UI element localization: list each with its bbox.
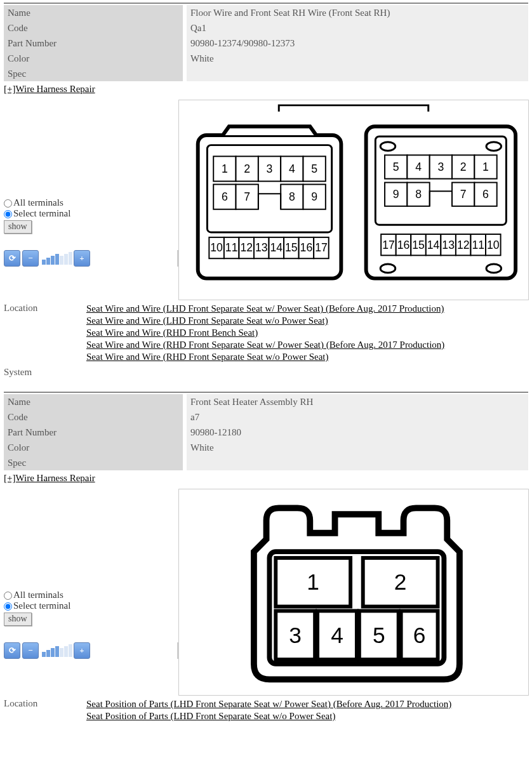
select-terminal-option[interactable]: Select terminal <box>4 208 178 219</box>
svg-text:12: 12 <box>240 241 253 254</box>
svg-text:2: 2 <box>244 162 250 175</box>
wire-harness-repair-link[interactable]: [+]Wire Harness Repair <box>4 84 95 95</box>
pn-value: 90980-12180 <box>185 425 528 440</box>
zoom-level-indicator <box>42 252 72 265</box>
spec-label: Spec <box>4 66 185 81</box>
svg-text:9: 9 <box>311 190 317 203</box>
code-label: Code <box>4 20 185 36</box>
svg-text:6: 6 <box>413 623 426 647</box>
svg-text:5: 5 <box>393 161 399 173</box>
spec-value <box>185 66 528 81</box>
name-label: Name <box>4 394 185 409</box>
svg-text:3: 3 <box>437 161 444 173</box>
location-link[interactable]: Seat Wire and Wire (RHD Front Separate S… <box>86 339 444 351</box>
refresh-icon[interactable]: ⟳ <box>4 642 20 659</box>
svg-text:10: 10 <box>210 241 223 254</box>
svg-text:7: 7 <box>460 188 467 201</box>
svg-text:9: 9 <box>393 188 399 201</box>
svg-text:13: 13 <box>442 239 455 251</box>
svg-text:4: 4 <box>331 623 343 647</box>
color-label: Color <box>4 440 185 455</box>
svg-text:12: 12 <box>457 239 470 251</box>
code-value: a7 <box>185 409 528 425</box>
code-label: Code <box>4 409 185 425</box>
svg-text:5: 5 <box>311 162 317 175</box>
color-value: White <box>185 51 528 66</box>
svg-text:11: 11 <box>225 241 238 254</box>
name-value: Front Seat Heater Assembly RH <box>185 394 528 409</box>
svg-text:8: 8 <box>415 188 422 201</box>
pn-label: Part Number <box>4 36 185 51</box>
zoom-in-icon[interactable]: + <box>74 250 90 267</box>
zoom-out-icon[interactable]: − <box>22 642 39 659</box>
svg-text:13: 13 <box>255 241 268 254</box>
connector-diagram: 123456 <box>178 489 529 696</box>
location-link[interactable]: Seat Wire and Wire (LHD Front Separate S… <box>86 315 444 327</box>
select-terminal-option[interactable]: Select terminal <box>4 600 178 611</box>
svg-text:1: 1 <box>222 162 228 175</box>
pn-label: Part Number <box>4 425 185 440</box>
color-value: White <box>185 440 528 455</box>
location-label: Location <box>4 698 86 722</box>
svg-text:7: 7 <box>244 190 250 203</box>
svg-text:14: 14 <box>427 239 440 251</box>
location-link[interactable]: Seat Wire and Wire (RHD Front Bench Seat… <box>86 327 444 339</box>
connector-diagram: 12345 6789 1011121314151617 54321 9876 1… <box>178 100 529 300</box>
refresh-icon[interactable]: ⟳ <box>4 250 20 267</box>
system-label: System <box>4 367 528 378</box>
wire-harness-repair-link[interactable]: [+]Wire Harness Repair <box>4 473 95 484</box>
zoom-out-icon[interactable]: − <box>22 250 39 267</box>
location-link[interactable]: Seat Wire and Wire (RHD Front Separate S… <box>86 351 444 363</box>
color-label: Color <box>4 51 185 66</box>
location-link[interactable]: Seat Wire and Wire (LHD Front Separate S… <box>86 303 444 315</box>
pn-value: 90980-12374/90980-12373 <box>185 36 528 51</box>
svg-text:15: 15 <box>412 239 425 251</box>
location-link[interactable]: Seat Position of Parts (LHD Front Separa… <box>86 710 451 722</box>
svg-text:4: 4 <box>415 161 422 173</box>
svg-text:11: 11 <box>472 239 484 251</box>
zoom-level-indicator <box>42 644 72 657</box>
show-button[interactable]: show <box>4 220 32 234</box>
svg-text:3: 3 <box>289 623 302 647</box>
show-button[interactable]: show <box>4 613 32 626</box>
svg-text:8: 8 <box>289 190 295 203</box>
svg-text:1: 1 <box>307 569 319 594</box>
svg-text:16: 16 <box>397 239 410 251</box>
svg-text:17: 17 <box>382 239 395 251</box>
spec-value <box>185 455 528 470</box>
svg-text:2: 2 <box>394 569 407 594</box>
svg-text:15: 15 <box>285 241 298 254</box>
svg-text:14: 14 <box>270 241 283 254</box>
zoom-in-icon[interactable]: + <box>74 642 90 659</box>
location-link[interactable]: Seat Position of Parts (LHD Front Separa… <box>86 698 451 710</box>
svg-text:6: 6 <box>482 188 489 201</box>
spec-label: Spec <box>4 455 185 470</box>
code-value: Qa1 <box>185 20 528 36</box>
svg-text:4: 4 <box>289 162 295 175</box>
location-label: Location <box>4 303 86 363</box>
info-table: NameFloor Wire and Front Seat RH Wire (F… <box>4 5 528 81</box>
svg-text:1: 1 <box>482 161 489 173</box>
svg-text:16: 16 <box>300 241 313 254</box>
svg-text:6: 6 <box>222 190 228 203</box>
info-table: NameFront Seat Heater Assembly RH Codea7… <box>4 394 528 470</box>
svg-text:17: 17 <box>315 241 328 254</box>
svg-text:2: 2 <box>460 161 467 173</box>
all-terminals-option[interactable]: All terminals <box>4 197 178 208</box>
name-label: Name <box>4 5 185 20</box>
svg-text:5: 5 <box>373 623 385 647</box>
name-value: Floor Wire and Front Seat RH Wire (Front… <box>185 5 528 20</box>
svg-text:10: 10 <box>487 239 500 251</box>
all-terminals-option[interactable]: All terminals <box>4 590 178 600</box>
svg-text:3: 3 <box>267 162 273 175</box>
